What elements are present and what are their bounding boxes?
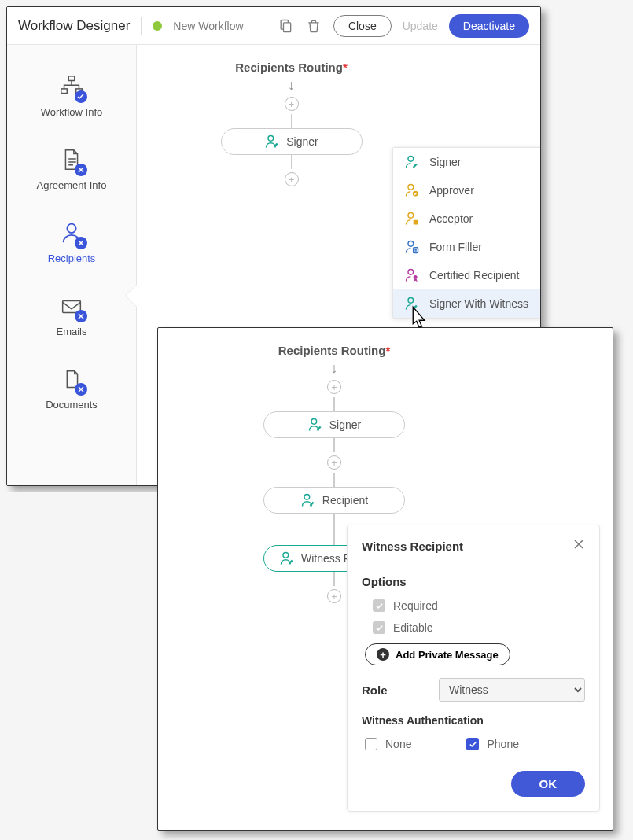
trash-icon[interactable] [305,17,322,35]
svg-point-9 [408,185,414,190]
sidebar-item-label: Emails [56,326,86,337]
svg-point-18 [311,419,317,425]
role-dropdown: Signer Approver Acceptor Form Filler Cer… [392,147,541,319]
dropdown-item-label: Signer With Witness [429,297,528,310]
connector [291,155,293,169]
add-step-button[interactable]: + [327,380,341,394]
dropdown-item-label: Form Filler [429,241,482,253]
recipient-node-signer[interactable]: Signer [221,128,363,155]
divider [141,17,142,35]
add-step-button[interactable]: + [285,172,299,186]
dropdown-item-approver[interactable]: Approver [393,176,541,204]
svg-point-11 [408,213,414,219]
sidebar-item-recipients[interactable]: Recipients [7,205,136,278]
dropdown-item-form-filler[interactable]: Form Filler [393,233,541,261]
svg-point-15 [408,270,414,275]
dropdown-item-acceptor[interactable]: Acceptor [393,204,541,233]
connector [291,114,293,128]
add-step-button[interactable]: + [285,97,299,111]
node-label: Signer [329,418,361,431]
dropdown-item-label: Signer [429,156,461,168]
app-title: Workflow Designer [18,18,130,34]
dropdown-item-label: Acceptor [429,212,473,225]
sidebar-item-label: Recipients [48,252,96,264]
routing-title: Recipients Routing* [235,61,348,74]
connector [333,397,335,411]
envelope-icon [57,293,86,321]
active-pointer [126,285,137,307]
recipient-node-recipient[interactable]: Recipient [263,487,405,492]
svg-point-17 [408,298,414,304]
copy-icon[interactable] [277,17,294,35]
routing-title: Recipients Routing* [278,344,391,357]
svg-point-7 [268,136,274,142]
add-step-button[interactable]: + [327,455,341,470]
status-dot [153,21,162,31]
arrow-down-icon: ↓ [288,77,295,94]
sidebar-item-emails[interactable]: Emails [7,278,136,352]
svg-point-16 [414,275,418,279]
close-button[interactable]: Close [333,15,392,37]
deactivate-button[interactable]: Deactivate [449,14,529,38]
status-text: New Workflow [173,20,243,32]
svg-rect-12 [414,220,418,225]
cursor-icon [404,304,432,333]
arrow-down-icon: ↓ [331,360,338,377]
svg-rect-1 [283,22,290,31]
update-button[interactable]: Update [403,20,438,32]
svg-rect-14 [414,248,418,253]
dropdown-item-certified-recipient[interactable]: Certified Recipient [393,261,541,289]
svg-point-8 [408,157,414,162]
person-icon [57,219,86,248]
connector [333,473,335,487]
dropdown-item-label: Certified Recipient [429,269,519,282]
recipient-node-signer[interactable]: Signer [263,411,405,438]
dropdown-item-label: Approver [429,184,474,197]
connector [333,438,335,452]
dropdown-item-signer[interactable]: Signer [393,148,541,176]
node-label: Signer [286,135,318,148]
svg-point-13 [408,241,414,247]
svg-point-5 [67,224,75,233]
